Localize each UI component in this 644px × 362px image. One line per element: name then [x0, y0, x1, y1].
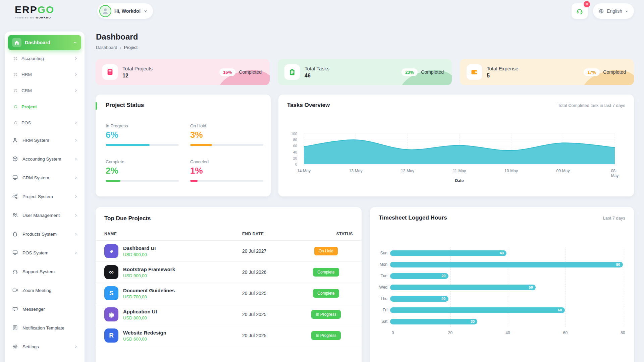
sidebar-item-accounting[interactable]: Accounting: [8, 50, 81, 66]
home-icon-tile: [12, 38, 21, 47]
metric-progress-track: [106, 180, 179, 182]
notification-badge: 0: [584, 1, 590, 7]
project-status-metrics: In Progress6%On Hold3%Complete2%Canceled…: [106, 123, 271, 182]
timesheet-card: Timesheet Logged Hours Last 7 days Sun40…: [370, 207, 634, 362]
chevron-right-icon: [74, 73, 78, 76]
project-amount: USD 700,00: [123, 294, 175, 299]
sidebar-item-project-system[interactable]: Project System: [8, 187, 81, 206]
chevron-right-icon: [74, 214, 78, 217]
day-label: Thu: [377, 296, 390, 301]
support-button[interactable]: 0: [572, 3, 588, 19]
metric-label: Complete: [106, 159, 190, 164]
projects-table-body: ◕Dashboard UIUSD 600,0020 Jul 2027On Hol…: [96, 241, 362, 346]
sidebar-item-hrm-system[interactable]: HRM System: [8, 131, 81, 149]
chevron-down-icon: [73, 41, 77, 45]
project-amount: USD 600,00: [123, 337, 166, 342]
stat-percent-badge: 17%: [584, 68, 600, 76]
status-badge: On Hold: [314, 247, 338, 255]
sidebar-item-zoom-meeting[interactable]: Zoom Meeting: [8, 281, 81, 300]
page-title: Dashboard: [96, 32, 138, 42]
users-icon: [12, 212, 18, 218]
hours-bar: 50: [390, 285, 536, 290]
bar-value-label: 60: [558, 308, 562, 312]
table-row: ◉Application UIUSD 800,0020 Jul 2025In P…: [96, 304, 362, 325]
x-tick-label: 0: [392, 330, 394, 335]
app-root: ERPGO Powered By WORKDO Hi, Workdo! 0 En…: [0, 0, 644, 362]
y-tick-label: 80: [293, 138, 297, 142]
sidebar-item-crm[interactable]: CRM: [8, 82, 81, 99]
person-icon: [101, 7, 109, 15]
metric-progress-fill: [106, 180, 120, 182]
sidebar-item-label: Accounting: [21, 56, 44, 61]
y-tick-label: 20: [293, 156, 297, 160]
hours-bar: 60: [390, 307, 565, 313]
sidebar-item-pos[interactable]: POS: [8, 115, 81, 131]
dot-icon: [14, 121, 17, 124]
metric-label: On Hold: [190, 123, 271, 128]
project-name-link[interactable]: Application UI: [123, 309, 157, 314]
chat-icon: [12, 306, 18, 312]
stat-status-text: Completed: [421, 69, 444, 75]
language-label: English: [607, 8, 622, 14]
bar-value-label: 80: [616, 262, 620, 266]
sidebar-item-accounting-system[interactable]: Accounting System: [8, 149, 81, 168]
metric-progress-fill: [190, 144, 212, 146]
sidebar-item-label: CRM: [21, 88, 32, 93]
status-badge: In Progress: [311, 331, 340, 340]
project-end-date: 20 Jul 2027: [242, 248, 299, 254]
day-label: Fri: [377, 308, 390, 312]
timesheet-row: Mon80: [377, 259, 623, 270]
project-name-link[interactable]: Website Redesign: [123, 330, 166, 336]
top-due-projects-card: Top Due Projects NAMEEND DATESTATUS ◕Das…: [96, 207, 362, 362]
chevron-down-icon: [625, 9, 629, 13]
projects-table-header: NAMEEND DATESTATUS: [96, 223, 362, 241]
metric-percent: 6%: [106, 130, 190, 140]
timesheet-row: Wed50: [377, 282, 623, 293]
sidebar-item-user-management[interactable]: User Management: [8, 206, 81, 225]
x-tick-label: 09-May: [556, 169, 570, 173]
metric-percent: 2%: [106, 166, 190, 176]
breadcrumb-item-dashboard[interactable]: Dashboard: [96, 45, 117, 50]
dot-icon: [14, 105, 17, 108]
user-menu[interactable]: Hi, Workdo!: [97, 3, 153, 19]
sidebar-item-crm-system[interactable]: CRM System: [8, 168, 81, 187]
sidebar-item-notification-template[interactable]: Notification Template: [8, 318, 81, 337]
table-row: RWebsite RedesignUSD 600,0020 Jul 2025In…: [96, 325, 362, 346]
home-icon: [14, 40, 19, 45]
x-tick-label: 13-May: [349, 169, 362, 173]
sidebar-item-label: Accounting System: [22, 157, 61, 162]
hours-bar: 30: [390, 319, 477, 324]
table-row: ◕Dashboard UIUSD 600,0020 Jul 2027On Hol…: [96, 241, 362, 262]
project-name-link[interactable]: Dashboard UI: [123, 245, 156, 251]
project-logo-icon: S: [104, 286, 118, 300]
project-status-card: Project Status In Progress6%On Hold3%Com…: [96, 95, 271, 196]
x-tick-label: 20: [448, 330, 452, 335]
logo: ERPGO Powered By WORKDO: [15, 5, 54, 19]
stat-card-total-expense: Total Expense517%Completed: [460, 59, 634, 85]
project-name-link[interactable]: Document Guidelines: [123, 288, 175, 293]
sidebar-item-hrm[interactable]: HRM: [8, 66, 81, 82]
hours-bar: 40: [390, 250, 506, 256]
sidebar-item-project[interactable]: Project: [8, 99, 81, 115]
breadcrumb: Dashboard›Project: [96, 45, 138, 50]
sidebar-item-pos-system[interactable]: POS System: [8, 243, 81, 262]
day-label: Mon: [377, 262, 390, 267]
template-icon: [12, 325, 18, 331]
timesheet-title: Timesheet Logged Hours: [379, 215, 447, 221]
sidebar-item-messenger[interactable]: Messenger: [8, 300, 81, 318]
status-badge: In Progress: [311, 310, 340, 319]
chevron-right-icon: [74, 195, 78, 198]
sidebar-item-dashboard[interactable]: Dashboard: [8, 35, 81, 50]
sidebar-item-settings[interactable]: Settings: [8, 337, 81, 356]
timesheet-x-axis: 020406080: [393, 330, 623, 337]
y-tick-label: 100: [291, 132, 297, 136]
language-selector[interactable]: English: [593, 3, 634, 19]
sidebar-item-products-system[interactable]: Products System: [8, 225, 81, 243]
day-label: Tue: [377, 274, 390, 278]
chevron-right-icon: [74, 57, 78, 60]
project-name-link[interactable]: Bootstrap Framework: [123, 266, 175, 272]
chevron-right-icon: [74, 232, 78, 236]
sidebar-item-support-system[interactable]: Support System: [8, 262, 81, 281]
stat-card-total-tasks: Total Tasks4623%Completed: [278, 59, 452, 85]
tasks-chart-y-axis: 020406080100: [278, 134, 301, 164]
